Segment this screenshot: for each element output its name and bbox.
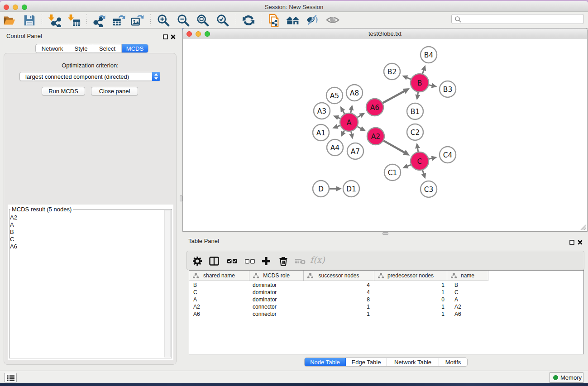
mcds-result-item[interactable]: C: [10, 236, 17, 243]
edge-arrowhead: [421, 173, 426, 179]
edge-A2-C[interactable]: [383, 141, 405, 153]
save-session-icon[interactable]: [23, 14, 36, 27]
table-cell[interactable]: C: [189, 289, 249, 296]
criterion-dropdown[interactable]: largest connected component (directed): [19, 72, 160, 81]
network-canvas[interactable]: B4B2BB3A5A8A6A3AB1A1C2A2A4A7C4CC1C3DD1: [182, 38, 588, 232]
column-header-shared-name[interactable]: shared name: [189, 271, 249, 281]
delete-columns-icon[interactable]: [278, 256, 288, 266]
column-header-name[interactable]: name: [447, 271, 488, 281]
table-cell[interactable]: connector: [249, 303, 304, 310]
tab-mcds[interactable]: MCDS: [122, 44, 148, 52]
table-cell[interactable]: 1: [374, 303, 447, 310]
table-cell[interactable]: A2: [447, 303, 488, 310]
memory-status-dot: [553, 375, 558, 380]
zoom-fit-icon[interactable]: [196, 14, 210, 27]
control-panel-close-icon[interactable]: [171, 33, 176, 38]
horizontal-splitter-grip[interactable]: [382, 232, 388, 235]
table-cell[interactable]: A6: [447, 310, 488, 318]
tab-network-table[interactable]: Network Table: [387, 358, 439, 366]
table-cell[interactable]: C: [447, 289, 488, 296]
table-panel-close-icon[interactable]: [578, 238, 583, 243]
column-header-predecessor-nodes[interactable]: predecessor nodes: [374, 271, 447, 281]
mcds-result-item[interactable]: B: [10, 229, 17, 236]
tab-motifs[interactable]: Motifs: [439, 358, 467, 366]
show-all-thumbnails-icon[interactable]: [286, 14, 300, 27]
zoom-selected-icon[interactable]: [216, 14, 229, 27]
table-options-icon[interactable]: [192, 256, 202, 266]
app-title-bar: Session: New Session: [0, 1, 588, 12]
unselect-all-columns-icon[interactable]: [244, 256, 255, 266]
show-columns-icon[interactable]: [209, 256, 219, 266]
run-mcds-button[interactable]: Run MCDS: [42, 87, 85, 95]
close-panel-button[interactable]: Close panel: [91, 87, 138, 95]
create-column-icon[interactable]: [261, 256, 271, 266]
table-cell[interactable]: 4: [304, 281, 374, 289]
column-header-label: shared name: [203, 272, 235, 279]
table-cell[interactable]: B: [189, 281, 249, 289]
table-cell[interactable]: A: [189, 296, 249, 303]
column-header-successor-nodes[interactable]: successor nodes: [304, 271, 374, 281]
mcds-result-scrollbar[interactable]: [164, 210, 171, 357]
table-panel-float-icon[interactable]: [569, 238, 574, 243]
table-cell[interactable]: A6: [189, 310, 249, 318]
search-input[interactable]: [451, 14, 584, 24]
table-cell[interactable]: 4: [304, 289, 374, 296]
table-cell[interactable]: B: [447, 281, 488, 289]
edge-arrowhead: [349, 105, 354, 111]
graph-node-label: A1: [316, 129, 325, 137]
control-panel-float-icon[interactable]: [163, 33, 168, 38]
table-cell[interactable]: dominator: [249, 289, 304, 296]
export-network-icon[interactable]: [93, 14, 106, 27]
table-cell[interactable]: connector: [249, 310, 304, 318]
tab-edge-table[interactable]: Edge Table: [346, 358, 387, 366]
duplicate-network-icon[interactable]: [267, 14, 280, 27]
table-cell[interactable]: dominator: [249, 281, 304, 289]
mcds-result-list[interactable]: A2ABCA6: [10, 214, 17, 250]
column-header-label: name: [461, 272, 474, 279]
column-header-MCDS-role[interactable]: MCDS role: [249, 271, 304, 281]
export-image-icon[interactable]: [130, 14, 144, 27]
node-table[interactable]: shared nameMCDS rolesuccessor nodesprede…: [189, 270, 584, 354]
graph-node-label: D: [318, 185, 324, 193]
table-cell[interactable]: 1: [374, 289, 447, 296]
mcds-result-item[interactable]: A6: [10, 243, 17, 250]
table-cell[interactable]: 1: [374, 310, 447, 318]
zoom-in-icon[interactable]: [157, 14, 170, 27]
function-builder-icon[interactable]: f(x): [310, 255, 325, 265]
main-toolbar: [0, 12, 588, 29]
table-cell[interactable]: 0: [374, 296, 447, 303]
window-resize-grip[interactable]: [580, 224, 586, 230]
tab-network[interactable]: Network: [36, 44, 69, 52]
table-cell[interactable]: 8: [304, 296, 374, 303]
graph-node-label: B3: [443, 86, 453, 94]
memory-button[interactable]: Memory: [550, 372, 583, 383]
tab-style[interactable]: Style: [69, 44, 93, 52]
delete-table-icon[interactable]: [295, 256, 306, 266]
open-session-icon[interactable]: [3, 14, 16, 27]
network-window-title-bar[interactable]: testGlobe.txt: [182, 28, 588, 38]
import-network-icon[interactable]: [48, 14, 61, 27]
table-cell[interactable]: dominator: [249, 296, 304, 303]
show-log-console-button[interactable]: [4, 373, 17, 382]
edge-A6-B[interactable]: [383, 91, 405, 103]
zoom-out-icon[interactable]: [177, 14, 190, 27]
hide-graphics-details-icon[interactable]: [306, 14, 320, 27]
tab-select[interactable]: Select: [93, 44, 122, 52]
mcds-result-item[interactable]: A: [10, 221, 17, 229]
graph-node-label: A4: [330, 144, 339, 152]
export-table-icon[interactable]: [112, 14, 125, 27]
mcds-result-item[interactable]: A2: [10, 214, 17, 221]
table-cell[interactable]: A: [447, 296, 488, 303]
table-cell[interactable]: A2: [189, 303, 249, 310]
table-cell[interactable]: 1: [304, 310, 374, 318]
import-table-icon[interactable]: [67, 14, 81, 27]
apply-layout-icon[interactable]: [242, 14, 255, 27]
table-toolbar: f(x): [186, 251, 584, 270]
table-cell[interactable]: 1: [304, 303, 374, 310]
edge-arrowhead: [332, 124, 338, 129]
optimization-criterion-label: Optimization criterion:: [4, 62, 177, 69]
tab-node-table[interactable]: Node Table: [305, 358, 346, 366]
table-cell[interactable]: 1: [374, 281, 447, 289]
show-graphics-details-icon[interactable]: [326, 14, 339, 27]
select-all-columns-icon[interactable]: [227, 256, 238, 266]
